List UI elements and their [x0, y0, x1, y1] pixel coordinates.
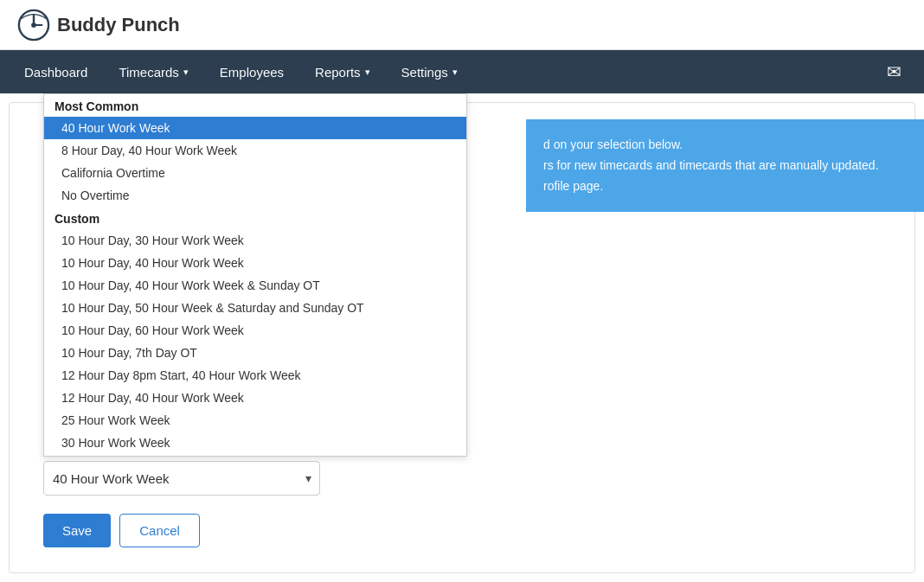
nav-bar: Dashboard Timecards ▾ Employees Reports … [0, 50, 924, 93]
option-10-hour-7th-day-ot[interactable]: 10 Hour Day, 7th Day OT [44, 342, 466, 364]
work-week-select[interactable]: 40 Hour Work Week [43, 461, 320, 496]
group-label-custom: Custom [44, 207, 466, 229]
button-row: Save Cancel [43, 514, 200, 547]
info-line3: rofile page. [543, 176, 907, 197]
dropdown-scrollable[interactable]: Most Common 40 Hour Work Week 8 Hour Day… [44, 94, 466, 457]
option-30-hour-week[interactable]: 30 Hour Work Week [44, 432, 466, 454]
logo-text: Buddy Punch [57, 14, 180, 36]
info-box: d on your selection below. rs for new ti… [526, 119, 924, 212]
option-10-hour-60-week[interactable]: 10 Hour Day, 60 Hour Work Week [44, 319, 466, 342]
option-8-hour-day-40-hour[interactable]: 8 Hour Day, 40 Hour Work Week [44, 139, 466, 162]
option-31-hour-week[interactable]: 31 Hour Work Week [44, 454, 466, 457]
nav-employees[interactable]: Employees [204, 50, 299, 93]
option-10-hour-40-week-sunday-ot[interactable]: 10 Hour Day, 40 Hour Work Week & Sunday … [44, 274, 466, 297]
select-row: 40 Hour Work Week ▾ [43, 461, 320, 496]
group-label-most-common: Most Common [44, 94, 466, 117]
info-line1: d on your selection below. [543, 135, 907, 156]
nav-reports[interactable]: Reports ▾ [299, 50, 386, 93]
nav-mail-icon[interactable]: ✉ [873, 61, 915, 82]
logo-icon [17, 9, 50, 42]
reports-chevron-icon: ▾ [365, 67, 370, 78]
timecards-chevron-icon: ▾ [183, 67, 189, 78]
option-10-hour-50-week-sat-sun-ot[interactable]: 10 Hour Day, 50 Hour Week & Saturday and… [44, 297, 466, 319]
save-button[interactable]: Save [43, 514, 111, 547]
dropdown-list: Most Common 40 Hour Work Week 8 Hour Day… [43, 93, 467, 457]
option-10-hour-30-week[interactable]: 10 Hour Day, 30 Hour Work Week [44, 229, 466, 252]
select-wrapper: 40 Hour Work Week ▾ [43, 461, 320, 496]
option-california-overtime[interactable]: California Overtime [44, 162, 466, 184]
nav-settings[interactable]: Settings ▾ [386, 50, 473, 93]
cancel-button[interactable]: Cancel [119, 514, 200, 547]
dropdown-container: Most Common 40 Hour Work Week 8 Hour Day… [43, 93, 467, 457]
info-line2: rs for new timecards and timecards that … [543, 156, 907, 176]
option-12-hour-8pm-40-week[interactable]: 12 Hour Day 8pm Start, 40 Hour Work Week [44, 364, 466, 387]
option-40-hour-work-week[interactable]: 40 Hour Work Week [44, 117, 466, 139]
nav-timecards[interactable]: Timecards ▾ [103, 50, 203, 93]
nav-dashboard[interactable]: Dashboard [9, 50, 103, 93]
main-content: d on your selection below. rs for new ti… [0, 93, 924, 582]
option-no-overtime[interactable]: No Overtime [44, 184, 466, 207]
logo-bar: Buddy Punch [0, 0, 924, 50]
option-10-hour-40-week[interactable]: 10 Hour Day, 40 Hour Work Week [44, 252, 466, 274]
option-25-hour-week[interactable]: 25 Hour Work Week [44, 409, 466, 432]
settings-chevron-icon: ▾ [452, 67, 458, 78]
option-12-hour-40-week[interactable]: 12 Hour Day, 40 Hour Work Week [44, 387, 466, 409]
